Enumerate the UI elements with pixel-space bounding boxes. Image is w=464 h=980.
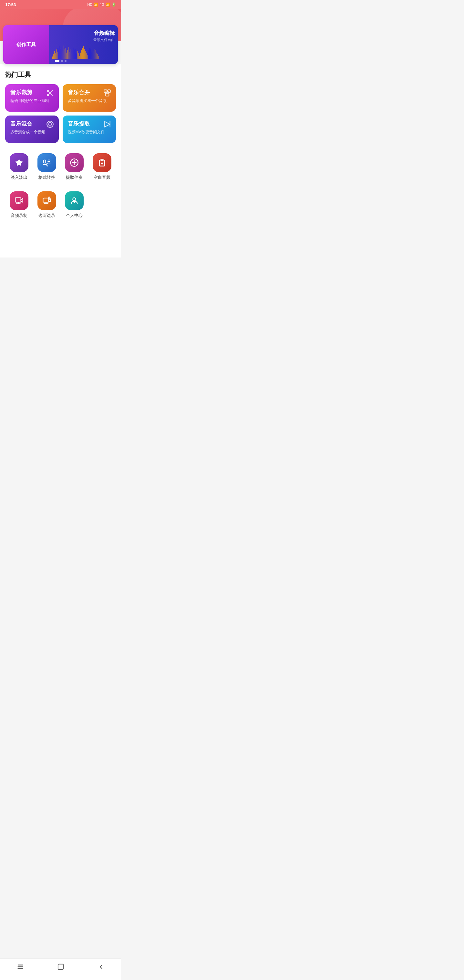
- svg-rect-5: [101, 159, 103, 161]
- icon-item-empty: [88, 188, 116, 222]
- svg-point-3: [47, 121, 53, 127]
- listen-record-label: 边听边录: [38, 213, 55, 218]
- svg-rect-0: [104, 90, 107, 92]
- section-title: 热门工具: [5, 70, 116, 79]
- main-content: 热门工具 音乐裁剪 精确到毫秒的专业剪辑 音乐合并 多音频拼接成一个音频: [0, 64, 121, 258]
- status-time: 17:53: [5, 2, 16, 7]
- svg-rect-4: [43, 160, 46, 163]
- icon-item-profile[interactable]: 个人中心: [61, 188, 88, 222]
- dot-3: [65, 60, 67, 62]
- svg-rect-7: [43, 198, 49, 202]
- profile-icon-circle: [65, 191, 84, 210]
- status-icons: HD 📶 4G 📶 🔋: [87, 3, 116, 7]
- blank-audio-icon-circle: [92, 153, 112, 172]
- listen-record-icon-circle: [37, 191, 56, 210]
- music-merge-icon: [103, 89, 112, 99]
- network-badge: 4G: [99, 3, 104, 6]
- waveform-visual: [52, 46, 99, 59]
- fade-label: 淡入淡出: [11, 175, 27, 180]
- svg-point-8: [48, 197, 50, 199]
- icon-item-format[interactable]: 格式转换: [33, 150, 61, 184]
- banner-dots: [55, 60, 67, 62]
- blank-audio-label: 空白音频: [94, 175, 110, 180]
- banner-slide-1: 创作工具 ♩♫♪ 音频编辑 音频文件自由: [3, 25, 118, 64]
- icon-grid-row2: 音频录制 边听边录 个人中心: [5, 188, 116, 222]
- profile-label: 个人中心: [66, 213, 83, 218]
- tool-card-music-mix[interactable]: 音乐混合 多音混合成一个音频: [5, 116, 59, 143]
- tool-card-music-extract[interactable]: 音乐提取 视频MV秒变音频文件: [63, 116, 116, 143]
- wifi-icon: 📶: [94, 3, 98, 7]
- banner-inner: 创作工具 ♩♫♪ 音频编辑 音频文件自由: [3, 25, 118, 64]
- music-extract-icon: [103, 120, 112, 130]
- music-mix-icon: [46, 120, 54, 130]
- banner-right-panel: ♩♫♪ 音频编辑 音频文件自由: [49, 25, 118, 64]
- status-bar: 17:53 HD 📶 4G 📶 🔋: [0, 0, 121, 9]
- music-cut-icon: [46, 89, 54, 99]
- svg-rect-2: [105, 93, 109, 96]
- icon-item-listen-record[interactable]: 边听边录: [33, 188, 61, 222]
- extract-beat-label: 提取伴奏: [66, 175, 83, 180]
- extract-beat-icon-circle: [65, 153, 84, 172]
- battery-icon: 🔋: [112, 3, 116, 7]
- svg-rect-1: [107, 90, 110, 92]
- record-icon-circle: [10, 191, 29, 210]
- record-label: 音频录制: [11, 213, 27, 218]
- fade-icon-circle: [10, 153, 29, 172]
- banner-left-text: 创作工具: [16, 41, 36, 48]
- tool-card-music-cut[interactable]: 音乐裁剪 精确到毫秒的专业剪辑: [5, 84, 59, 111]
- svg-rect-6: [15, 198, 21, 202]
- icon-item-record[interactable]: 音频录制: [5, 188, 33, 222]
- icon-grid-row1: 淡入淡出 格式转换 提取伴奏: [5, 150, 116, 184]
- banner-right-subtitle: 音频文件自由: [93, 37, 115, 42]
- banner-right-title: 音频编辑: [94, 30, 115, 37]
- icon-item-fade[interactable]: 淡入淡出: [5, 150, 33, 184]
- banner-carousel[interactable]: 创作工具 ♩♫♪ 音频编辑 音频文件自由: [3, 25, 118, 64]
- banner-left-panel: 创作工具: [3, 25, 49, 64]
- format-label: 格式转换: [38, 175, 55, 180]
- svg-point-9: [73, 198, 76, 201]
- format-icon-circle: [37, 153, 56, 172]
- tool-cards-grid: 音乐裁剪 精确到毫秒的专业剪辑 音乐合并 多音频拼接成一个音频: [5, 84, 116, 143]
- dot-2: [61, 60, 63, 62]
- hd-badge: HD: [87, 3, 92, 6]
- signal-icon: 📶: [105, 3, 110, 7]
- icon-item-extract-beat[interactable]: 提取伴奏: [61, 150, 88, 184]
- dot-1: [55, 60, 59, 62]
- icon-item-blank-audio[interactable]: 空白音频: [88, 150, 116, 184]
- tool-card-music-merge[interactable]: 音乐合并 多音频拼接成一个音频: [63, 84, 116, 111]
